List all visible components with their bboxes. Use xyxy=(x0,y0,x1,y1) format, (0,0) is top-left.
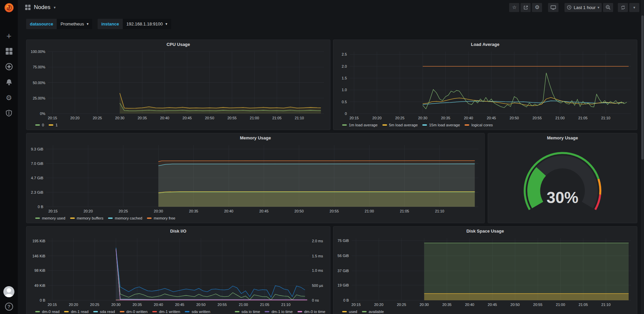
panel-title[interactable]: Memory Usage xyxy=(26,133,484,142)
legend-item[interactable]: 5m load average xyxy=(382,123,418,127)
legend-label: dm-1 written xyxy=(159,310,180,314)
share-button[interactable] xyxy=(521,3,531,12)
memory-usage-gauge[interactable]: 30% xyxy=(488,142,637,223)
legend-item[interactable]: memory cached xyxy=(108,216,142,220)
legend-item[interactable]: available xyxy=(362,310,384,314)
sidebar-menu: + ⚙ xyxy=(5,32,13,117)
legend-item[interactable]: dm-1 io time xyxy=(265,310,292,314)
svg-text:21:05: 21:05 xyxy=(578,116,588,120)
legend-swatch xyxy=(108,217,113,219)
svg-text:20:55: 20:55 xyxy=(227,116,237,120)
admin-shield-icon[interactable] xyxy=(5,109,13,117)
legend-item[interactable]: dm-1 read xyxy=(64,310,88,314)
legend-item[interactable]: 1m load average xyxy=(342,123,378,127)
svg-text:21:10: 21:10 xyxy=(281,303,291,307)
instance-dropdown[interactable]: 192.168.1.18:9100 ▾ xyxy=(123,19,171,29)
svg-text:0.5: 0.5 xyxy=(342,100,347,104)
template-variable-instance: instance 192.168.1.18:9100 ▾ xyxy=(98,19,171,29)
legend-label: dm-0 io time xyxy=(304,310,325,314)
legend-item[interactable]: memory buffers xyxy=(70,216,104,220)
legend-item[interactable]: 1 xyxy=(49,123,57,127)
grafana-logo[interactable] xyxy=(2,1,16,14)
legend-swatch xyxy=(422,124,427,126)
tv-icon xyxy=(550,5,556,10)
legend-swatch xyxy=(49,124,53,126)
svg-text:21:10: 21:10 xyxy=(435,209,444,213)
legend-item[interactable]: 15m load average xyxy=(422,123,460,127)
legend-item[interactable]: used xyxy=(342,310,357,314)
star-button[interactable]: ☆ xyxy=(509,3,519,12)
legend-label: sda read xyxy=(100,310,115,314)
svg-text:4.7 GiB: 4.7 GiB xyxy=(31,176,43,180)
page-title: Nodes xyxy=(34,4,50,11)
legend-swatch xyxy=(265,311,269,312)
legend-label: dm-1 read xyxy=(71,310,88,314)
panel-title[interactable]: Disk I/O xyxy=(26,227,330,236)
legend-item[interactable]: 0 xyxy=(35,123,44,127)
svg-text:21:10: 21:10 xyxy=(601,116,610,120)
svg-text:20:15: 20:15 xyxy=(352,303,361,307)
legend-label: 0 xyxy=(42,123,44,127)
cpu-usage-chart[interactable]: 20:1520:2020:2520:3020:3520:4020:4520:50… xyxy=(26,49,330,122)
panel-title[interactable]: Disk Space Usage xyxy=(333,227,637,236)
alerting-bell-icon[interactable] xyxy=(5,78,13,86)
legend-item[interactable]: sda io time xyxy=(235,310,260,314)
scrollbar-thumb[interactable] xyxy=(641,15,644,160)
svg-text:2.0 ms: 2.0 ms xyxy=(312,239,323,243)
legend-swatch xyxy=(362,311,367,312)
dashboard-title-picker[interactable]: Nodes ▾ xyxy=(25,4,56,11)
svg-text:30%: 30% xyxy=(547,189,579,206)
svg-text:21:10: 21:10 xyxy=(295,116,304,120)
legend-label: 1m load average xyxy=(349,123,378,127)
svg-text:19 GiB: 19 GiB xyxy=(337,283,349,287)
explore-compass-icon[interactable] xyxy=(5,63,13,71)
cycle-view-button[interactable] xyxy=(548,3,558,12)
time-range-picker[interactable]: Last 1 hour ▾ xyxy=(565,3,602,12)
svg-text:20:40: 20:40 xyxy=(160,116,169,120)
chevron-down-icon: ▾ xyxy=(597,5,599,10)
legend-item[interactable]: dm-0 io time xyxy=(298,310,325,314)
svg-text:1.5: 1.5 xyxy=(342,76,347,80)
help-icon[interactable]: ? xyxy=(5,303,13,311)
svg-text:20:30: 20:30 xyxy=(115,116,124,120)
dashboards-grid-icon[interactable] xyxy=(5,47,13,55)
datasource-value: Prometheus xyxy=(60,21,84,26)
disk-io-chart[interactable]: 20:1520:2020:2520:3020:3520:4020:4520:50… xyxy=(26,236,330,308)
legend-swatch xyxy=(235,311,239,312)
legend-item[interactable]: memory used xyxy=(35,216,65,220)
disk-space-chart[interactable]: 20:1520:2020:2520:3020:3520:4020:4520:50… xyxy=(333,236,637,308)
zoom-out-button[interactable] xyxy=(603,3,613,12)
panel-title[interactable]: CPU Usage xyxy=(26,40,330,49)
refresh-interval-dropdown[interactable]: ▾ xyxy=(629,3,639,12)
legend-item[interactable]: dm-0 read xyxy=(35,310,59,314)
disk-io-legend: dm-0 readdm-1 readsda readdm-0 writtendm… xyxy=(26,308,330,314)
memory-usage-chart[interactable]: 20:1520:2020:2520:3020:3520:4020:4520:50… xyxy=(26,142,484,215)
load-average-chart[interactable]: 20:1520:2020:2520:3020:3520:4020:4520:50… xyxy=(333,49,637,122)
legend-item[interactable]: dm-1 written xyxy=(152,310,180,314)
svg-text:1.0 ms: 1.0 ms xyxy=(312,268,323,272)
datasource-dropdown[interactable]: Prometheus ▾ xyxy=(57,19,92,29)
svg-text:20:20: 20:20 xyxy=(84,209,93,213)
configuration-gear-icon[interactable]: ⚙ xyxy=(5,93,13,102)
legend-swatch xyxy=(147,217,152,219)
panel-title[interactable]: Load Average xyxy=(333,40,637,49)
legend-item[interactable]: dm-0 written xyxy=(120,310,148,314)
legend-item[interactable]: sda read xyxy=(93,310,115,314)
cpu-legend: 01 xyxy=(26,122,330,130)
svg-text:0 B: 0 B xyxy=(40,298,45,302)
create-plus-icon[interactable]: + xyxy=(5,32,13,40)
svg-text:2.0: 2.0 xyxy=(342,64,347,68)
legend-item[interactable]: logical cores xyxy=(465,123,493,127)
refresh-button[interactable] xyxy=(618,3,628,12)
svg-text:20:45: 20:45 xyxy=(175,303,184,307)
svg-text:20:40: 20:40 xyxy=(154,303,163,307)
avatar-icon[interactable] xyxy=(3,286,14,297)
svg-text:20:30: 20:30 xyxy=(111,303,121,307)
panel-title[interactable]: Memory Usage xyxy=(488,133,637,142)
legend-item[interactable]: memory free xyxy=(147,216,175,220)
legend-item[interactable]: sda written xyxy=(185,310,210,314)
svg-text:21:10: 21:10 xyxy=(601,303,611,307)
settings-button[interactable]: ⚙ xyxy=(532,3,542,12)
svg-text:0%: 0% xyxy=(40,112,45,116)
legend-swatch xyxy=(35,124,40,126)
